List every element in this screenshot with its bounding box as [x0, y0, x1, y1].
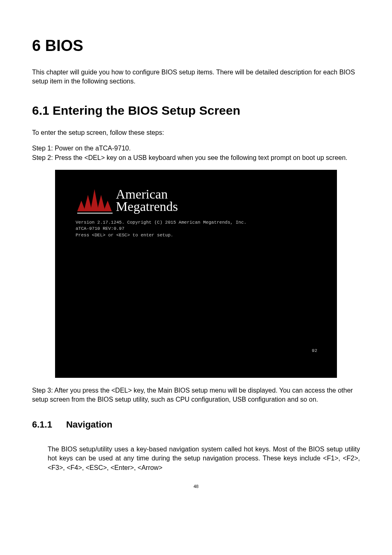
- step-1: Step 1: Power on the aTCA-9710.: [32, 144, 360, 153]
- ami-logo-text: American Megatrends: [116, 188, 178, 213]
- bios-boot-screenshot: American Megatrends Version 2.17.1245. C…: [55, 170, 337, 378]
- section-title: 6.1 Entering the BIOS Setup Screen: [32, 104, 360, 118]
- step-3: Step 3: After you press the <DEL> key, t…: [32, 386, 360, 405]
- bios-corner-number: 92: [312, 348, 317, 353]
- terminal-line-3: Press <DEL> or <ESC> to enter setup.: [76, 232, 316, 238]
- ami-triangles-icon: [77, 189, 113, 214]
- subsection-body: The BIOS setup/utility uses a key-based …: [48, 445, 360, 472]
- subsection-number: 6.1.1: [32, 419, 52, 430]
- terminal-line-1: Version 2.17.1245. Copyright (C) 2015 Am…: [76, 220, 316, 226]
- setup-intro: To enter the setup screen, follow these …: [32, 128, 360, 137]
- terminal-line-2: aTCA-9710 REV:0.97: [76, 226, 316, 232]
- logo-line-1: American: [116, 188, 178, 200]
- logo-line-2: Megatrends: [116, 200, 178, 213]
- steps-block: Step 1: Power on the aTCA-9710. Step 2: …: [32, 144, 360, 162]
- chapter-title: 6 BIOS: [32, 37, 360, 55]
- page-number: 48: [32, 484, 360, 489]
- subsection-title: 6.1.1Navigation: [32, 419, 360, 430]
- step-2: Step 2: Press the <DEL> key on a USB key…: [32, 153, 360, 162]
- bios-terminal-text: Version 2.17.1245. Copyright (C) 2015 Am…: [76, 220, 316, 238]
- ami-logo: American Megatrends: [77, 188, 316, 214]
- subsection-name: Navigation: [66, 419, 112, 430]
- intro-paragraph: This chapter will guide you how to confi…: [32, 68, 360, 86]
